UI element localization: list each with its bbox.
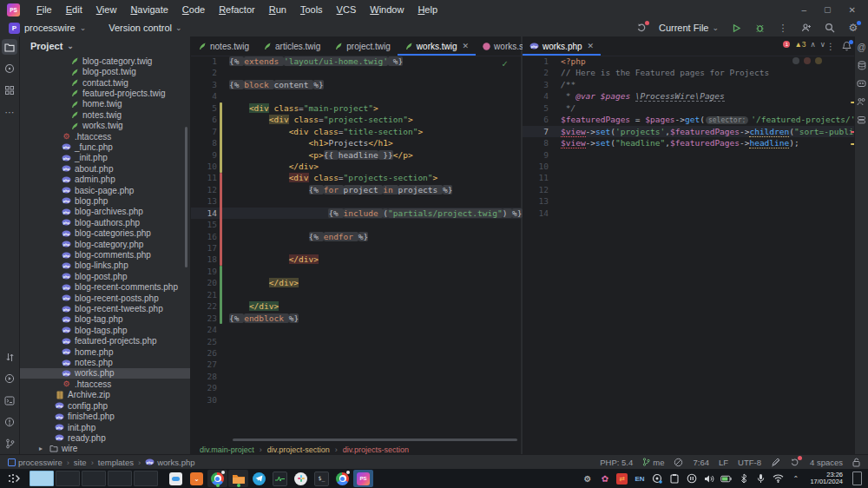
line-number[interactable]: 4: [523, 90, 561, 102]
line-number[interactable]: 18: [191, 254, 229, 265]
code-line-24[interactable]: 24: [191, 324, 521, 335]
line-number[interactable]: 17: [191, 242, 229, 254]
encoding-widget[interactable]: UTF-8: [738, 458, 761, 467]
line-number[interactable]: 1: [523, 56, 561, 67]
taskbar-app-file-manager[interactable]: [228, 470, 248, 487]
line-number[interactable]: 13: [523, 195, 561, 207]
code-line-1[interactable]: 1{% extends 'layout/ui-home.twig' %}: [191, 56, 521, 67]
wifi-tray-icon[interactable]: [773, 472, 784, 485]
code-line-11[interactable]: 11: [523, 172, 857, 183]
microphone-tray-icon[interactable]: [755, 472, 766, 485]
tab-notes-twig[interactable]: notes.twig: [191, 36, 256, 56]
project-panel-header[interactable]: Project ⌄: [20, 36, 190, 56]
tree-item-home-php[interactable]: phphome.php: [20, 346, 190, 357]
tree-item-blog-category-php[interactable]: phpblog-category.php: [20, 239, 190, 249]
code-line-6[interactable]: 6 <div class="project-section">: [191, 114, 521, 125]
more-actions-button[interactable]: ⋮: [777, 22, 789, 34]
line-number[interactable]: 7: [523, 126, 561, 137]
tree-item-blog-php[interactable]: phpblog.php: [20, 195, 190, 206]
inspections-ok-icon[interactable]: ✓: [502, 59, 509, 69]
menu-edit[interactable]: Edit: [60, 3, 89, 16]
tree-item--func-php[interactable]: php_func.php: [20, 142, 190, 152]
tree-item-admin-php[interactable]: phpadmin.php: [20, 174, 190, 184]
tree-item-works-twig[interactable]: works.twig: [20, 120, 190, 130]
code-editor-php[interactable]: 1<?php2// Here is the Featured pages for…: [523, 56, 857, 219]
code-line-26[interactable]: 26: [191, 347, 521, 359]
tree-item-init-php[interactable]: phpinit.php: [20, 422, 190, 432]
pause-tray-icon[interactable]: [686, 472, 697, 485]
menu-window[interactable]: Window: [364, 3, 410, 16]
tree-item-notes-php[interactable]: phpnotes.php: [20, 357, 190, 367]
tree-item-blog-tags-php[interactable]: phpblog-tags.php: [20, 325, 190, 335]
line-number[interactable]: 19: [191, 266, 229, 277]
debug-button[interactable]: [753, 22, 766, 34]
code-line-8[interactable]: 8$view->set("headline",$featuredPages->h…: [523, 137, 857, 148]
close-tab-icon[interactable]: ✕: [588, 42, 595, 50]
tree-item-archive-zip[interactable]: Archive.zip: [20, 390, 190, 400]
code-line-27[interactable]: 27: [191, 359, 521, 370]
tree-item-blog-comments-php[interactable]: phpblog-comments.php: [20, 249, 190, 260]
tray-expand-icon[interactable]: ⌃: [790, 472, 801, 485]
menu-help[interactable]: Help: [411, 3, 444, 16]
tree-item-wire[interactable]: ▸wire: [20, 444, 190, 454]
tree-item-blog-recent-tweets-php[interactable]: phpblog-recent-tweets.php: [20, 303, 190, 313]
code-line-9[interactable]: 9: [523, 149, 857, 161]
project-tool-button[interactable]: [2, 39, 17, 55]
tree-item-basic-page-php[interactable]: phpbasic-page.php: [20, 185, 190, 195]
tree-item-contact-twig[interactable]: contact.twig: [20, 77, 190, 88]
taskbar-app-chrome-2[interactable]: [332, 470, 352, 487]
tree-item--init-php[interactable]: php_init.php: [20, 153, 190, 163]
tree-item-ready-php[interactable]: phpready.php: [20, 432, 190, 443]
tab-options-icon[interactable]: ⋮: [826, 42, 835, 51]
prev-problem-icon[interactable]: ∧: [811, 40, 816, 49]
code-line-11[interactable]: 11 <div class="projects-section">: [191, 172, 521, 183]
show-desktop-button[interactable]: [852, 472, 862, 485]
line-number[interactable]: 20: [191, 277, 229, 288]
tree-item-finished-php[interactable]: phpfinished.php: [20, 411, 190, 421]
line-separator-widget[interactable]: LF: [719, 458, 728, 467]
statusbar-path-works-php[interactable]: phpworks.php: [145, 458, 194, 467]
line-number[interactable]: 24: [191, 324, 229, 335]
structure-tool-button[interactable]: [2, 82, 17, 98]
notifications-bell-icon[interactable]: [842, 41, 852, 51]
line-number[interactable]: 11: [523, 172, 561, 183]
desktop-1[interactable]: [30, 471, 54, 486]
tree-item-blog-tag-php[interactable]: phpblog-tag.php: [20, 314, 190, 325]
line-number[interactable]: 9: [191, 149, 229, 161]
taskbar-app-settings-toggle[interactable]: [166, 470, 186, 487]
code-line-8[interactable]: 8 <h1>Projects</h1>: [191, 137, 521, 148]
code-line-13[interactable]: 13: [191, 195, 521, 207]
line-number[interactable]: 12: [191, 184, 229, 195]
pull-requests-tool-button[interactable]: [2, 61, 17, 76]
code-with-me-button[interactable]: [800, 22, 812, 34]
menu-navigate[interactable]: Navigate: [124, 3, 174, 16]
tab-project-twig[interactable]: project.twig: [327, 36, 398, 56]
code-line-29[interactable]: 29: [191, 382, 521, 393]
tab-works-php[interactable]: phpworks.php✕: [523, 36, 601, 56]
line-number[interactable]: 3: [523, 79, 561, 90]
search-everywhere-button[interactable]: [824, 22, 836, 34]
breadcrumb-item[interactable]: div.main-project: [200, 445, 254, 454]
ai-assistant-tool-button[interactable]: @: [857, 42, 867, 52]
git-tool-button[interactable]: [2, 436, 17, 452]
line-number[interactable]: 14: [523, 208, 561, 219]
problems-tool-button[interactable]: [2, 414, 17, 430]
statusbar-path-templates[interactable]: templates: [98, 458, 134, 467]
code-line-25[interactable]: 25: [191, 336, 521, 347]
sort-arrows-tool-button[interactable]: [2, 349, 17, 365]
code-line-14[interactable]: 14: [523, 208, 857, 219]
menu-file[interactable]: File: [30, 3, 58, 16]
indent-widget[interactable]: 4 spaces: [810, 458, 843, 467]
statusbar-path-processwire[interactable]: processwire: [8, 458, 62, 467]
code-line-2[interactable]: 2// Here is the Featured pages for Proje…: [523, 67, 857, 78]
desktop-2[interactable]: [56, 471, 80, 486]
php-version-widget[interactable]: PHP: 5.4: [600, 458, 633, 467]
clock-widget[interactable]: 23:26 17/01/2024: [810, 472, 843, 485]
menu-run[interactable]: Run: [263, 3, 293, 16]
code-line-14[interactable]: 14 {% include ("partials/project.twig") …: [191, 208, 521, 219]
tree-item-config-php[interactable]: phpconfig.php: [20, 400, 190, 411]
line-number[interactable]: 15: [191, 219, 229, 230]
tab-articles-twig[interactable]: articles.twig: [256, 36, 327, 56]
terminal-tool-button[interactable]: [2, 392, 17, 408]
taskbar-app-slack[interactable]: [291, 470, 311, 487]
